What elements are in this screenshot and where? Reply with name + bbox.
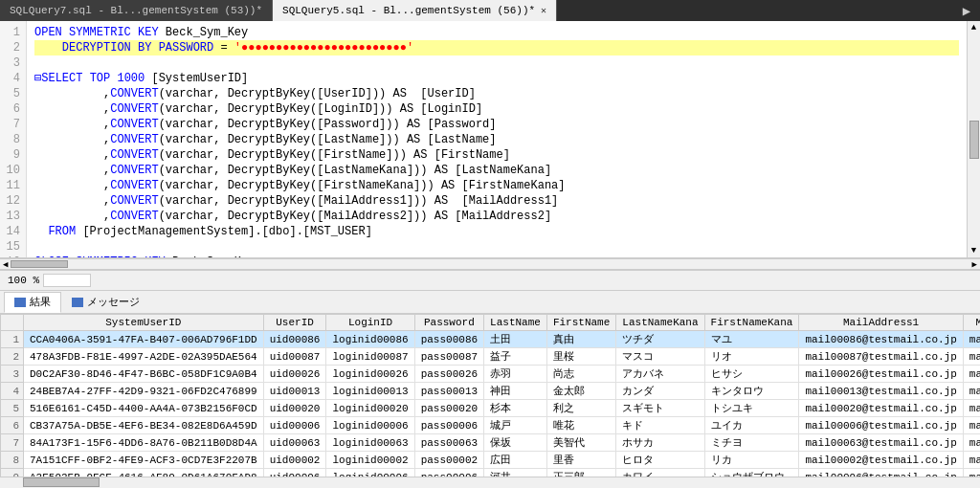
table-cell: マユ [704,331,799,348]
table-cell: A3E592EB-9FCE-4616-AF89-0D61A670FAD8 [24,469,264,477]
table-cell: 杉本 [484,400,547,417]
table-cell: loginid00002 [326,452,414,469]
table-cell: ヒロタ [616,452,704,469]
table-cell: mail30006@test [963,417,980,434]
table-hscroll-thumb[interactable] [23,477,100,487]
table-cell: mail00086@testmail.co.jp [799,331,963,348]
table-cell: uid00063 [263,434,326,452]
code-line-16: CLOSE SYMMETRIC KEY Beck_Sym_Key [34,255,959,257]
table-row: 5516E6161-C45D-4400-AA4A-073B2156F0CDuid… [1,400,981,417]
col-header-userid: UserID [263,315,326,331]
table-cell: mail00063@testmail.co.jp [799,434,963,452]
table-hscrollbar[interactable] [0,477,980,488]
table-cell: 正三郎 [546,469,615,477]
table-cell: ミチヨ [704,434,799,452]
scroll-left-arrow[interactable]: ◀ [0,259,11,270]
code-line-3 [34,55,959,71]
table-cell: loginid00013 [326,383,414,400]
results-tabs: 結果 メッセージ [0,291,980,314]
line-numbers: 12345 678910 1112131415 16 [0,21,27,257]
table-cell: loginid00096 [326,469,414,477]
col-header-firstnamekana: FirstNameKana [704,315,799,331]
code-line-4: ⊟SELECT TOP 1000 [SystemUserID] [34,71,959,86]
table-cell: 478A3FDB-F81E-4997-A2DE-02A395DAE564 [24,348,264,366]
col-header-password: Password [414,315,483,331]
table-cell: uid00020 [263,400,326,417]
table-cell: uid00087 [263,348,326,366]
results-table-container[interactable]: SystemUserID UserID LoginID Password Las… [0,314,980,477]
editor-area: 12345 678910 1112131415 16 OPEN SYMMETRI… [0,21,980,258]
table-cell: mail00087@testmail.co.jp [799,348,963,366]
table-cell: 7A151CFF-0BF2-4FE9-ACF3-0CD7E3F2207B [24,452,264,469]
editor-hscrollbar[interactable]: ◀ ▶ [0,258,980,270]
table-cell: pass00020 [414,400,483,417]
main-container: 12345 678910 1112131415 16 OPEN SYMMETRI… [0,21,980,488]
table-cell: mail00006@testmail.co.jp [799,417,963,434]
table-cell: loginid00063 [326,434,414,452]
table-cell: 益子 [484,348,547,366]
table-cell: 広田 [484,452,547,469]
table-cell: mail30096@test [963,469,980,477]
table-cell: pass00026 [414,366,483,383]
table-cell: カワイ [616,469,704,477]
tab-label: SQLQuery5.sql - Bl...gementSystem (56))* [282,5,535,16]
table-cell: loginid00087 [326,348,414,366]
table-cell: mail30086@test [963,331,980,348]
table-cell: 土田 [484,331,547,348]
zoom-level: 100 % [8,275,39,286]
scroll-right-arrow[interactable]: ▶ [969,259,980,270]
table-cell: mail00013@testmail.co.jp [799,383,963,400]
tab-close-icon[interactable]: ✕ [541,5,546,16]
table-cell: マスコ [616,348,704,366]
table-row: 1CCA0406A-3591-47FA-B407-006AD796F1DDuid… [1,331,981,348]
table-cell: uid00006 [263,417,326,434]
table-cell: pass00086 [414,331,483,348]
col-header-lastname: LastName [484,315,547,331]
tab-results[interactable]: 結果 [4,292,61,313]
table-row: 3D0C2AF30-8D46-4F47-B6BC-058DF1C9A0B4uid… [1,366,981,383]
code-line-10: ,CONVERT(varchar, DecryptByKey([LastName… [34,163,959,178]
table-cell: uid00096 [263,469,326,477]
table-cell: loginid00020 [326,400,414,417]
row-number: 9 [1,469,24,477]
row-number: 8 [1,452,24,469]
col-header-lastnamekana: LastNameKana [616,315,704,331]
table-cell: pass00087 [414,348,483,366]
row-number: 5 [1,400,24,417]
col-header-mailaddress1: MailAddress1 [799,315,963,331]
tab-query5[interactable]: SQLQuery5.sql - Bl...gementSystem (56))*… [273,0,557,21]
table-cell: uid00086 [263,331,326,348]
table-row: 784A173F1-15F6-4DD6-8A76-0B211B0D8D4Auid… [1,434,981,452]
table-cell: 516E6161-C45D-4400-AA4A-073B2156F0CD [24,400,264,417]
col-header-firstname: FirstName [546,315,615,331]
row-number: 1 [1,331,24,348]
tab-messages[interactable]: メッセージ [61,292,150,313]
table-cell: アカバネ [616,366,704,383]
table-cell: mail00096@testmail.co.jp [799,469,963,477]
scroll-up-arrow[interactable]: ▲ [971,21,976,34]
vertical-scrollbar[interactable]: ▲ ▼ [967,21,980,257]
scroll-down-arrow[interactable]: ▼ [971,244,976,257]
table-cell: リオ [704,348,799,366]
table-cell: mail30020@test [963,400,980,417]
results-table-icon [14,298,26,307]
table-cell: loginid00086 [326,331,414,348]
col-header-mailaddress2: MailAddress2 [963,315,980,331]
table-cell: mail00020@testmail.co.jp [799,400,963,417]
table-cell: キド [616,417,704,434]
table-cell: pass00002 [414,452,483,469]
table-cell: pass00096 [414,469,483,477]
tab-query7[interactable]: SQLQuery7.sql - Bl...gementSystem (53))* [0,0,273,21]
scroll-right-icon[interactable]: ▶ [963,3,970,19]
table-cell: mail30026@test [963,366,980,383]
code-line-2: DECRYPTION BY PASSWORD = '●●●●●●●●●●●●●●… [34,40,959,55]
table-cell: D0C2AF30-8D46-4F47-B6BC-058DF1C9A0B4 [24,366,264,383]
hscroll-thumb[interactable] [11,260,68,268]
table-row: 2478A3FDB-F81E-4997-A2DE-02A395DAE564uid… [1,348,981,366]
scroll-thumb[interactable] [969,121,979,159]
code-line-14: FROM [ProjectManagementSystem].[dbo].[MS… [34,224,959,239]
table-cell: 唯花 [546,417,615,434]
code-editor[interactable]: OPEN SYMMETRIC KEY Beck_Sym_Key DECRYPTI… [27,21,967,257]
zoom-slider[interactable] [43,274,91,287]
table-cell: ショウザブロウ [704,469,799,477]
